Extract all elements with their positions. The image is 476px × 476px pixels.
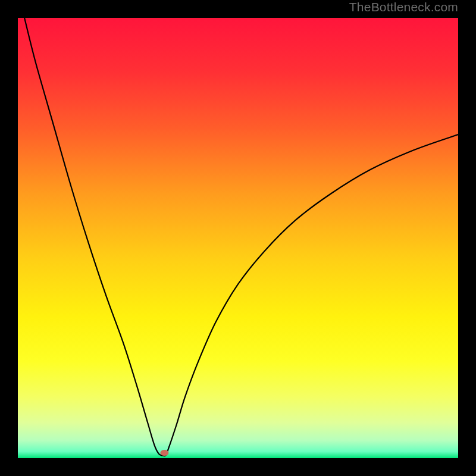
bottleneck-chart: [18, 18, 458, 458]
gradient-background: [18, 18, 458, 458]
optimum-marker: [160, 450, 168, 456]
watermark-text: TheBottleneck.com: [349, 0, 458, 14]
plot-area: [18, 18, 458, 458]
chart-frame: TheBottleneck.com: [0, 0, 476, 476]
